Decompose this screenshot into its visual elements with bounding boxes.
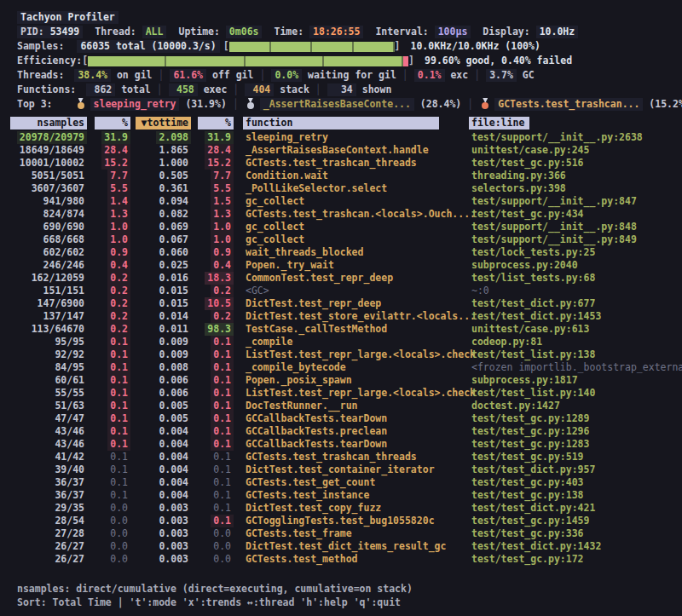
pct-direct-cell: 0.0 [87,553,130,566]
pct-direct-cell: 0.4 [87,259,130,272]
tottime-cell: 0.006 [130,374,191,387]
cell-value: 47/47 [52,412,87,425]
pct-direct-cell: 31.9 [87,131,130,144]
cell-value: 3607/3607 [29,182,87,195]
cell-value: 0.9 [107,246,130,259]
cell-value: 0.009 [156,336,191,348]
nsamples-cell: 60/61 [10,374,87,387]
function-cell: DictTest.test_copy_fuzz [234,502,469,515]
function-cell: TestCase._callTestMethod [234,323,469,336]
cell-value: 0.067 [156,233,191,246]
table-row: 5051/50517.70.5057.7Condition.waitthread… [0,170,682,182]
cell-value: 27/28 [52,527,87,540]
efficiency-progress-bar [88,56,408,66]
nsamples-cell: 26/27 [10,540,87,553]
silver-medal-icon [246,98,255,109]
pct-direct-cell: 0.0 [87,540,130,553]
table-row: 47/470.10.0050.1GCCallbackTests.tearDown… [0,412,682,425]
functions-row: Functions: 862 total│458 exec│404 stack│… [17,83,682,97]
fileline-cell: test/test_dict.py:677 [469,297,682,310]
cell-value: 29/35 [52,502,87,515]
cell-value: GCTests.test_get_count [243,476,378,489]
functions-label: Functions: [17,83,76,97]
cell-value: 7.7 [211,170,234,182]
cell-value: test/support/__init__.py:847 [469,195,639,208]
cell-value: 98.3 [205,323,234,336]
pct-direct-cell: 0.2 [87,285,130,297]
cell-value: 43/46 [52,438,87,451]
pct-direct-cell: 0.1 [87,438,130,451]
cell-value: DictTest.test_container_iterator [243,463,437,476]
cell-value: GCTests.test_instance [243,489,372,502]
cell-value: _AssertRaisesBaseContext.handle [243,144,431,157]
thread-stat-value: 0.1% [414,69,445,82]
footer: nsamples: direct/cumulative (direct=exec… [17,582,682,609]
function-cell: GCTests.test_trashcan_threads [234,451,469,463]
cell-value: codeop.py:81 [469,336,545,348]
function-cell: GCTests.test_method [234,553,469,566]
pct-cumulative-cell: 18.3 [191,272,234,285]
cell-value: DocTestRunner.__run [243,400,361,412]
cell-value: 7.7 [107,170,130,182]
column-header-function: function [234,116,469,130]
pct-direct-cell: 0.1 [87,476,130,489]
footer-legend: nsamples: direct/cumulative (direct=exec… [17,582,682,596]
cell-value: 0.0 [211,527,234,540]
pct-direct-cell: 1.0 [87,221,130,233]
pid-label: PID: [20,26,44,37]
thread-stat-label: on gil [111,69,152,81]
bar-bracket-close: ] [395,39,401,54]
efficiency-label: Efficiency: [17,54,82,68]
separator: │ [315,83,321,95]
functions-items: 862 total│458 exec│404 stack│34 shown [86,83,391,97]
cell-value: 28/54 [52,515,87,527]
fileline-cell: test/test_gc.py:172 [469,553,682,566]
cell-value: 10001/10002 [17,157,87,170]
function-cell: GCCallbackTests.tearDown [234,438,469,451]
cell-value: 2.098 [156,131,191,144]
cell-value: test/list_tests.py:68 [469,272,598,285]
tottime-cell: 0.005 [130,400,191,412]
cell-value: 1.3 [211,208,234,221]
cell-value: 0.004 [156,451,191,463]
cell-value: 31.9 [101,131,130,144]
cell-value: 0.082 [156,208,191,221]
efficiency-summary: 99.60% good, 0.40% failed [425,54,572,68]
cell-value: 0.2 [107,285,130,297]
cell-value: 0.009 [156,348,191,361]
table-row: 55/550.10.0060.1ListTest.test_repr_large… [0,387,682,400]
tottime-cell: 0.025 [130,259,191,272]
table-row: 824/8741.30.0821.3GCTests.test_trashcan.… [0,208,682,221]
samples-rate: 10.0KHz/10.0KHz (100%) [411,39,540,54]
function-stat-label: stack [274,83,309,95]
cell-value: test/support/__init__.py:849 [469,233,639,246]
tottime-cell: 0.361 [130,182,191,195]
pct-direct-cell: 0.0 [87,502,130,515]
function-cell: ListTest.test_repr_large.<locals>.check [234,387,469,400]
cell-value: Condition.wait [243,170,331,182]
table-row: 36/370.10.0040.1GCTests.test_get_countte… [0,476,682,489]
function-stat-value: 862 [86,83,115,96]
fileline-cell: subprocess.py:1817 [469,374,682,387]
samples-label: Samples: [17,39,64,54]
cell-value: 0.008 [156,361,191,374]
cell-value: 602/602 [41,246,87,259]
cell-value: 147/6900 [35,297,87,310]
pct-cumulative-cell: 5.5 [191,182,234,195]
cell-value: GCTests.test_frame [243,527,355,540]
cell-value: 0.2 [211,310,234,323]
nsamples-cell: 602/602 [10,246,87,259]
cell-value: DictTest.test_repr_deep [243,297,384,310]
cell-value: 0.1 [107,336,130,348]
fileline-cell: test/test_gc.py:516 [469,157,682,170]
nsamples-cell: 3607/3607 [10,182,87,195]
cell-value: 15.2 [205,157,234,170]
cell-value: 0.1 [211,425,234,438]
cell-value: 0.4 [107,259,130,272]
cell-value: 0.005 [156,412,191,425]
fileline-cell: doctest.py:1427 [469,400,682,412]
cell-value: Popen._posix_spawn [243,374,355,387]
cell-value: 0.004 [156,438,191,451]
samples-row: Samples: 66035 total (10000.3/s) [] 10.0… [17,39,682,54]
table-row: 162/120590.20.01618.3CommonTest.test_rep… [0,272,682,285]
